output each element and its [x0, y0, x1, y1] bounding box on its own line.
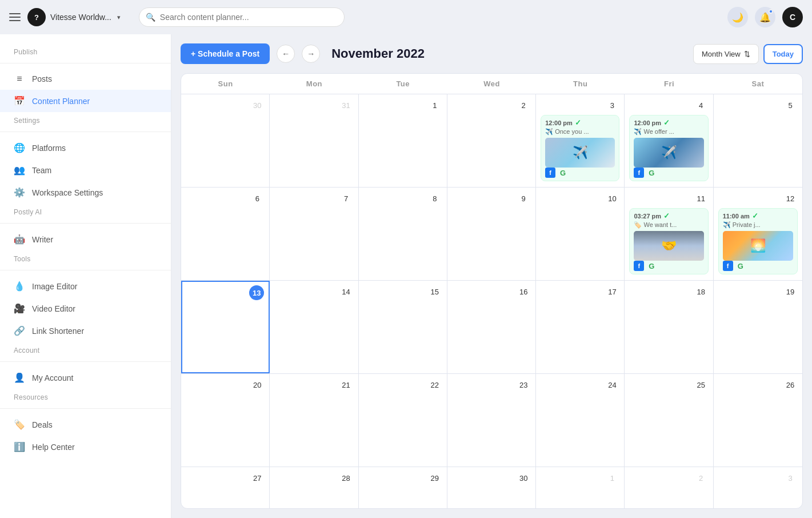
sidebar-label-team: Team — [32, 166, 51, 175]
event-nov12[interactable]: 11:00 am ✓ ✈️ Private j... 🌅 f G — [718, 208, 798, 274]
sidebar-item-team[interactable]: 👥 Team — [0, 159, 171, 181]
event-nov4-text: ✈️ We offer ... — [634, 128, 703, 136]
event-nov4[interactable]: 12:00 pm ✓ ✈️ We offer ... ✈️ f G — [629, 115, 708, 181]
cal-cell-nov9[interactable]: 9 — [447, 188, 536, 280]
sidebar-section-account: Account — [0, 342, 171, 357]
day-sun: Sun — [181, 74, 270, 94]
cal-cell-nov11[interactable]: 11 03:27 pm ✓ 🏷️ We want t... 🤝 — [625, 188, 713, 280]
cal-cell-nov13[interactable]: 13 — [181, 281, 270, 373]
event-nov3-time: 12:00 pm ✓ — [545, 118, 615, 127]
date-dec2: 2 — [694, 471, 709, 485]
cal-cell-nov6[interactable]: 6 — [181, 188, 270, 280]
cal-cell-oct31[interactable]: 31 — [270, 94, 358, 187]
cal-cell-nov16[interactable]: 16 — [447, 281, 536, 373]
date-nov5: 5 — [783, 98, 798, 113]
cal-cell-nov1[interactable]: 1 — [359, 94, 447, 187]
main-content: + Schedule a Post ← → November 2022 Mont… — [171, 34, 812, 518]
cal-cell-nov20[interactable]: 20 — [181, 374, 270, 467]
account-icon: 👤 — [14, 372, 25, 383]
cal-cell-nov3[interactable]: 3 12:00 pm ✓ ✈️ Once you ... ✈️ f — [536, 94, 625, 187]
cal-cell-nov5[interactable]: 5 — [714, 94, 802, 187]
sidebar-label-platforms: Platforms — [32, 144, 66, 153]
cal-cell-nov24[interactable]: 24 — [536, 374, 625, 467]
event-nov3-text: ✈️ Once you ... — [545, 128, 615, 136]
cal-cell-nov15[interactable]: 15 — [359, 281, 447, 373]
date-nov24: 24 — [605, 377, 619, 392]
cal-cell-nov14[interactable]: 14 — [270, 281, 358, 373]
hamburger-menu[interactable] — [9, 13, 21, 21]
sidebar-item-video-editor[interactable]: 🎥 Video Editor — [0, 297, 171, 320]
cal-cell-nov25[interactable]: 25 — [625, 374, 713, 467]
next-month-button[interactable]: → — [302, 45, 320, 63]
cal-cell-nov27[interactable]: 27 — [181, 467, 270, 509]
cal-cell-nov19[interactable]: 19 — [714, 281, 802, 373]
day-thu: Thu — [536, 74, 625, 94]
sidebar-item-help-center[interactable]: ℹ️ Help Center — [0, 436, 171, 458]
sidebar-section-tools: Tools — [0, 250, 171, 265]
cal-cell-oct30[interactable]: 30 — [181, 94, 270, 187]
schedule-post-button[interactable]: + Schedule a Post — [181, 43, 270, 64]
cal-cell-nov28[interactable]: 28 — [270, 467, 358, 509]
calendar-view-controls: Month View ⇅ Today — [693, 44, 803, 64]
facebook-icon-nov4: f — [634, 168, 644, 178]
date-dec3: 3 — [783, 471, 798, 485]
cal-cell-nov4[interactable]: 4 12:00 pm ✓ ✈️ We offer ... ✈️ f — [625, 94, 713, 187]
app-layout: Publish ≡ Posts 📅 Content Planner Settin… — [0, 34, 812, 518]
date-nov17: 17 — [605, 284, 619, 299]
cal-cell-nov22[interactable]: 22 — [359, 374, 447, 467]
cal-cell-nov21[interactable]: 21 — [270, 374, 358, 467]
plane-emoji-2: ✈️ — [661, 145, 677, 160]
brand-selector[interactable]: ? Vitesse Worldw... ▾ — [27, 8, 121, 26]
sidebar-item-posts[interactable]: ≡ Posts — [0, 68, 171, 90]
user-avatar[interactable]: C — [782, 7, 803, 27]
search-input[interactable] — [139, 7, 345, 27]
cal-cell-nov10[interactable]: 10 — [536, 188, 625, 280]
sidebar-item-writer[interactable]: 🤖 Writer — [0, 228, 171, 250]
sidebar-item-deals[interactable]: 🏷️ Deals — [0, 413, 171, 436]
team-icon: 👥 — [14, 165, 25, 176]
cal-cell-dec1[interactable]: 1 — [536, 467, 625, 509]
cal-cell-dec2[interactable]: 2 — [625, 467, 713, 509]
notifications-btn[interactable]: 🔔 — [755, 7, 775, 27]
cal-cell-nov17[interactable]: 17 — [536, 281, 625, 373]
date-nov9: 9 — [516, 191, 531, 206]
today-button[interactable]: Today — [763, 44, 803, 64]
sidebar-item-content-planner[interactable]: 📅 Content Planner — [0, 90, 171, 112]
event-nov3[interactable]: 12:00 pm ✓ ✈️ Once you ... ✈️ f G — [541, 115, 619, 181]
sidebar-section-resources: Resources — [0, 389, 171, 404]
date-nov21: 21 — [339, 377, 354, 392]
cal-cell-nov23[interactable]: 23 — [447, 374, 536, 467]
sidebar-item-workspace-settings[interactable]: ⚙️ Workspace Settings — [0, 181, 171, 204]
month-view-button[interactable]: Month View ⇅ — [693, 44, 759, 64]
sidebar-item-link-shortener[interactable]: 🔗 Link Shortener — [0, 320, 171, 342]
theme-toggle-btn[interactable]: 🌙 — [727, 7, 748, 27]
sidebar-item-my-account[interactable]: 👤 My Account — [0, 366, 171, 389]
event-nov4-check: ✓ — [663, 118, 670, 127]
video-editor-icon: 🎥 — [14, 303, 25, 314]
date-nov25: 25 — [694, 377, 709, 392]
cal-cell-dec3[interactable]: 3 — [714, 467, 802, 509]
date-nov28: 28 — [339, 471, 354, 485]
event-nov11[interactable]: 03:27 pm ✓ 🏷️ We want t... 🤝 f G — [629, 208, 708, 274]
cal-cell-nov8[interactable]: 8 — [359, 188, 447, 280]
prev-month-button[interactable]: ← — [277, 45, 295, 63]
date-nov15: 15 — [427, 284, 442, 299]
google-icon-nov3: G — [558, 168, 568, 178]
sidebar-item-platforms[interactable]: 🌐 Platforms — [0, 137, 171, 159]
cal-cell-nov12[interactable]: 12 11:00 am ✓ ✈️ Private j... 🌅 f — [714, 188, 802, 280]
cal-cell-nov2[interactable]: 2 — [447, 94, 536, 187]
cal-cell-nov7[interactable]: 7 — [270, 188, 358, 280]
event-nov11-image: 🤝 — [634, 231, 703, 261]
date-oct30: 30 — [250, 98, 265, 113]
cal-cell-nov26[interactable]: 26 — [714, 374, 802, 467]
date-nov16: 16 — [516, 284, 531, 299]
cal-cell-nov18[interactable]: 18 — [625, 281, 713, 373]
sidebar-label-video-editor: Video Editor — [32, 304, 75, 313]
cal-cell-nov29[interactable]: 29 — [359, 467, 447, 509]
cal-cell-nov30[interactable]: 30 — [447, 467, 536, 509]
date-nov11: 11 — [694, 191, 709, 206]
event-nov3-image: ✈️ — [545, 138, 615, 168]
sidebar-item-image-editor[interactable]: 💧 Image Editor — [0, 275, 171, 297]
calendar-header: + Schedule a Post ← → November 2022 Mont… — [181, 43, 803, 64]
google-icon-nov4: G — [646, 168, 657, 178]
